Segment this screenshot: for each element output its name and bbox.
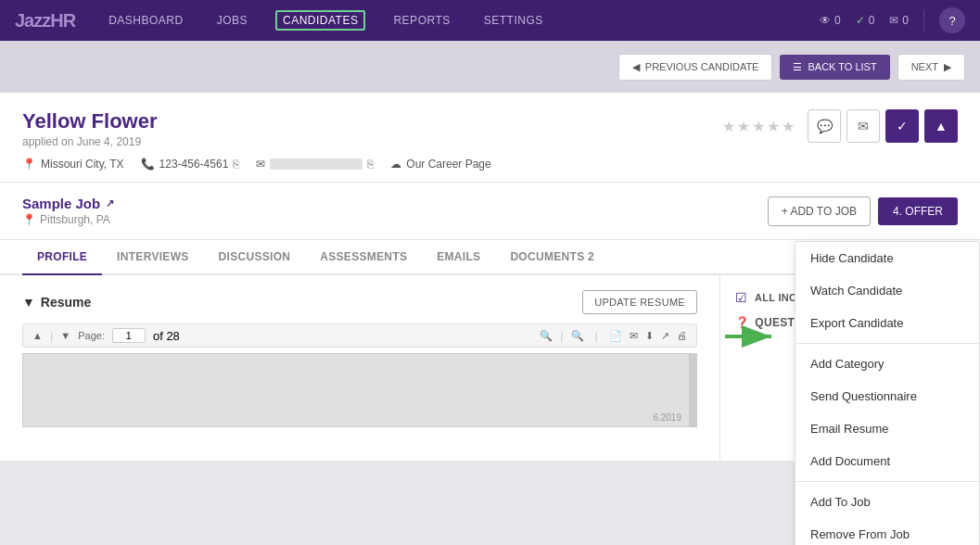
pdf-page-input[interactable]	[112, 328, 146, 343]
previous-candidate-button[interactable]: ◀ PREVIOUS CANDIDATE	[618, 54, 773, 81]
stage-offer-button[interactable]: 4. OFFER	[878, 197, 958, 225]
star-5[interactable]: ★	[782, 118, 795, 135]
pdf-page-label: Page:	[78, 330, 105, 341]
menu-item-export-candidate[interactable]: Export Candidate	[795, 307, 979, 339]
star-2[interactable]: ★	[737, 118, 750, 135]
check-icon: ✓	[856, 14, 865, 27]
copy-phone-icon[interactable]: ⎘	[233, 158, 239, 171]
navbar: JazzHR DASHBOARD JOBS CANDIDATES REPORTS…	[0, 0, 980, 41]
down-arrow-icon: ▼	[60, 330, 70, 341]
candidate-email: ✉ ⎘	[256, 158, 374, 171]
subheader: ◀ PREVIOUS CANDIDATE ☰ BACK TO LIST NEXT…	[0, 41, 980, 93]
candidate-details: 📍 Missouri City, TX 📞 123-456-4561 ⎘ ✉ ⎘…	[22, 158, 958, 171]
green-arrow-container	[725, 323, 781, 353]
eye-icon: 👁	[820, 14, 831, 27]
back-to-list-button[interactable]: ☰ BACK TO LIST	[780, 55, 889, 80]
pdf-view-doc-icon[interactable]: 📄	[609, 330, 622, 342]
nav-settings[interactable]: SETTINGS	[478, 10, 549, 31]
job-info: Sample Job ↗ 📍 Pittsburgh, PA	[22, 196, 114, 226]
star-rating[interactable]: ★ ★ ★ ★ ★	[722, 118, 795, 135]
menu-item-email-resume[interactable]: Email Resume	[795, 412, 979, 445]
star-1[interactable]: ★	[722, 118, 735, 135]
nav-divider	[923, 9, 924, 32]
dropdown-divider-2	[795, 481, 979, 482]
green-arrow-icon	[725, 323, 781, 350]
help-icon: ?	[948, 14, 955, 28]
dropdown-toggle-button[interactable]: ▲	[924, 109, 958, 143]
nav-reports[interactable]: REPORTS	[388, 10, 455, 31]
comment-button[interactable]: 💬	[808, 109, 841, 143]
pdf-email-icon[interactable]: ✉	[630, 330, 638, 342]
tab-documents[interactable]: DOCUMENTS 2	[495, 240, 609, 275]
pdf-toolbar-divider: |	[50, 329, 53, 343]
next-chevron-icon: ▶	[944, 61, 951, 73]
message-icon: ✉	[889, 14, 898, 27]
eye-counter: 👁 0	[820, 14, 841, 27]
email-button[interactable]: ✉	[846, 109, 880, 143]
resume-title: ▼ Resume	[22, 295, 91, 310]
candidate-actions: ★ ★ ★ ★ ★ 💬 ✉ ✓ ▲	[722, 109, 958, 143]
candidate-location: 📍 Missouri City, TX	[22, 158, 124, 171]
star-3[interactable]: ★	[752, 118, 765, 135]
check-button[interactable]: ✓	[885, 109, 919, 143]
update-resume-button[interactable]: UPDATE RESUME	[582, 290, 697, 314]
tab-discussion[interactable]: DISCUSSION	[204, 240, 306, 275]
menu-item-send-questionnaire[interactable]: Send Questionnaire	[795, 380, 979, 412]
triangle-icon: ▼	[22, 295, 35, 310]
list-icon: ☰	[793, 61, 802, 73]
menu-item-remove-from-job[interactable]: Remove From Job	[795, 518, 979, 545]
email-masked	[270, 158, 363, 170]
chevron-up-icon: ▲	[935, 119, 948, 133]
email-icon: ✉	[256, 158, 265, 171]
help-button[interactable]: ?	[939, 7, 965, 33]
nav-jobs[interactable]: JOBS	[211, 10, 253, 31]
location-icon: 📍	[22, 158, 36, 171]
add-to-job-button[interactable]: + ADD TO JOB	[768, 196, 871, 226]
eye-count: 0	[834, 14, 841, 27]
copy-email-icon[interactable]: ⎘	[367, 158, 374, 171]
external-link-icon[interactable]: ↗	[106, 197, 114, 209]
message-counter: ✉ 0	[889, 14, 909, 27]
candidate-source: ☁ Our Career Page	[390, 158, 490, 171]
logo-hr: HR	[50, 10, 75, 31]
phone-icon: 📞	[141, 158, 155, 171]
candidate-header: Yellow Flower applied on June 4, 2019 📍 …	[0, 93, 980, 183]
nav-candidates[interactable]: CANDIDATES	[275, 10, 365, 31]
dropdown-divider-1	[795, 343, 979, 344]
nav-dashboard[interactable]: DASHBOARD	[103, 10, 189, 31]
tab-profile[interactable]: PROFILE	[22, 240, 102, 275]
main-content: Yellow Flower applied on June 4, 2019 📍 …	[0, 93, 980, 461]
next-candidate-button[interactable]: NEXT ▶	[897, 54, 965, 81]
pdf-zoom-out[interactable]: 🔍	[540, 330, 553, 342]
checkmark-icon: ✓	[897, 119, 908, 133]
pdf-zoom-in[interactable]: 🔍	[571, 330, 584, 342]
menu-item-add-category[interactable]: Add Category	[795, 348, 979, 380]
job-name: Sample Job ↗	[22, 196, 114, 211]
pdf-page-down[interactable]: ▼	[60, 330, 70, 341]
pdf-page-up[interactable]: ▲	[32, 330, 43, 341]
check-count: 0	[869, 14, 875, 27]
menu-item-add-document[interactable]: Add Document	[795, 445, 979, 477]
dropdown-menu: Hide Candidate Watch Candidate Export Ca…	[795, 241, 980, 545]
tab-interviews[interactable]: INTERVIEWS	[102, 240, 203, 275]
job-actions: + ADD TO JOB 4. OFFER	[768, 196, 958, 226]
prev-chevron-icon: ◀	[632, 61, 640, 73]
job-location: 📍 Pittsburgh, PA	[22, 213, 114, 226]
menu-item-add-to-job[interactable]: Add To Job	[795, 486, 979, 518]
pdf-share-icon[interactable]: ↗	[661, 330, 669, 342]
tab-emails[interactable]: EMAILS	[422, 240, 495, 275]
menu-item-hide-candidate[interactable]: Hide Candidate	[795, 242, 979, 274]
comment-icon: 💬	[817, 119, 833, 133]
pdf-preview: 6.2019	[22, 353, 697, 427]
menu-item-watch-candidate[interactable]: Watch Candidate	[795, 274, 979, 307]
profile-left: ▼ Resume UPDATE RESUME ▲ | ▼ Page: of 28…	[0, 275, 720, 461]
pdf-scrollbar[interactable]	[689, 354, 696, 426]
tab-assessments[interactable]: ASSESSMENTS	[305, 240, 422, 275]
checkbox-icon: ☑	[735, 290, 747, 305]
logo[interactable]: JazzHR	[15, 10, 75, 32]
star-4[interactable]: ★	[767, 118, 780, 135]
pdf-download-icon[interactable]: ⬇	[645, 330, 654, 342]
pdf-print-icon[interactable]: 🖨	[677, 330, 687, 341]
pdf-year-label: 6.2019	[653, 412, 681, 423]
resume-header: ▼ Resume UPDATE RESUME	[22, 290, 697, 314]
